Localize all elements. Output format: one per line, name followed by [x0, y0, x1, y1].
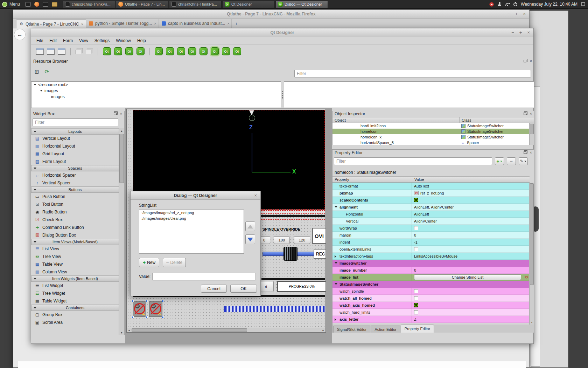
- menu-settings[interactable]: Settings: [91, 37, 113, 45]
- console-launcher-icon[interactable]: [43, 2, 48, 7]
- new-button[interactable]: +New: [139, 258, 159, 267]
- category-item-widgets[interactable]: Item Widgets (Item-Based): [31, 275, 119, 282]
- layout-splitter-v-icon[interactable]: Qt: [188, 47, 196, 55]
- widget-tool-button[interactable]: ⊡Tool Button: [31, 200, 119, 208]
- property-row-textformat[interactable]: textFormatAutoText: [332, 183, 530, 190]
- checkbox-checked[interactable]: [414, 198, 418, 202]
- scroll-down-icon[interactable]: ▼: [119, 330, 124, 335]
- layout-horizontal-icon[interactable]: Qt: [155, 47, 163, 55]
- show-desktop-icon[interactable]: [581, 2, 585, 6]
- taskbar-item-terminal-2[interactable]: chris@chris-ThinkPa...: [169, 1, 222, 8]
- menu-button[interactable]: Menu: [0, 0, 23, 8]
- expander-down-icon[interactable]: [335, 283, 337, 285]
- tab-close-icon[interactable]: ×: [81, 22, 83, 26]
- widget-box-scrollbar[interactable]: ▲ ▼: [119, 128, 124, 335]
- list-item[interactable]: :/images/images/ref_z_not.png: [139, 210, 244, 216]
- property-row-textinteractionflags[interactable]: textInteractionFlagsLinksAccessibleByMou…: [332, 253, 530, 260]
- layout-grid-icon[interactable]: Qt: [211, 47, 219, 55]
- widget-tree-widget[interactable]: ☲Tree Widget: [31, 289, 119, 297]
- category-buttons[interactable]: Buttons: [31, 186, 119, 193]
- paste-icon[interactable]: [86, 50, 91, 54]
- object-row-hardlimit2icon[interactable]: hardLimit2Icon StatusImageSwitcher: [332, 123, 530, 129]
- property-row-alignment[interactable]: alignmentAlignLeft, AlignVCenter: [332, 204, 530, 211]
- property-editor-header[interactable]: Property Value: [332, 176, 530, 183]
- category-item-views[interactable]: Item Views (Model-Based): [31, 239, 119, 245]
- expander-down-icon[interactable]: [335, 206, 337, 208]
- close-icon[interactable]: ×: [523, 10, 526, 18]
- object-row-homeicon-x[interactable]: homeIcon_x StatusImageSwitcher: [332, 134, 530, 140]
- widget-tree-view[interactable]: ☲Tree View: [31, 253, 119, 260]
- copy-icon[interactable]: [76, 50, 81, 54]
- home-x-icon-widget[interactable]: ⚙ X: [149, 301, 162, 317]
- object-inspector-header[interactable]: Object Class: [332, 117, 534, 123]
- column-value[interactable]: Value: [412, 177, 530, 182]
- menu-file[interactable]: File: [33, 37, 46, 45]
- list-item[interactable]: :/images/images/clear.png: [139, 216, 244, 221]
- layout-form-icon[interactable]: Qt: [200, 47, 208, 55]
- taskbar-item-dialog[interactable]: QtDialog — Qt Designer: [275, 1, 328, 8]
- minimize-icon[interactable]: −: [511, 28, 514, 37]
- category-spacers[interactable]: Spacers: [31, 165, 119, 171]
- widget-list-view[interactable]: ☰List View: [31, 245, 119, 253]
- qt-designer-titlebar[interactable]: Qt Designer − + ×: [31, 28, 533, 37]
- ok-button[interactable]: OK: [230, 285, 257, 293]
- float-dock-icon[interactable]: [114, 113, 117, 115]
- property-row-alignment-vertical[interactable]: VerticalAlignVCenter: [332, 218, 530, 225]
- menu-edit[interactable]: Edit: [46, 37, 60, 45]
- override-100-button[interactable]: 100: [274, 236, 290, 244]
- jog-rate-bar[interactable]: [224, 306, 326, 312]
- move-up-button[interactable]: [245, 222, 255, 231]
- float-dock-icon[interactable]: [524, 151, 526, 154]
- scrollbar-thumb[interactable]: [132, 328, 247, 332]
- edit-tab-order-icon[interactable]: Qt: [136, 47, 145, 55]
- tab-signal-slot-editor[interactable]: Signal/Slot Editor: [333, 326, 370, 333]
- property-row-image-list[interactable]: image_listChange String List↺: [332, 274, 530, 281]
- widget-horizontal-layout[interactable]: ▥Horizontal Layout: [31, 142, 119, 150]
- checkbox-unchecked[interactable]: [414, 289, 418, 293]
- change-string-list-button[interactable]: Change String List: [414, 274, 521, 280]
- expander-right-icon[interactable]: [335, 255, 336, 258]
- category-containers[interactable]: Containers: [31, 305, 119, 311]
- property-row-pixmap[interactable]: pixmap⊘ref_z_not.png: [332, 190, 530, 197]
- scrollbar-thumb[interactable]: [530, 124, 534, 134]
- checkbox-unchecked[interactable]: [414, 247, 418, 251]
- widget-filter-input[interactable]: [33, 118, 118, 126]
- maximize-icon[interactable]: +: [519, 28, 522, 37]
- edit-buddies-icon[interactable]: Qt: [125, 47, 133, 55]
- menu-help[interactable]: Help: [134, 37, 149, 45]
- taskbar-item-qt-designer[interactable]: QtQt Designer: [222, 1, 275, 8]
- move-down-button[interactable]: [245, 234, 255, 244]
- widget-table-widget[interactable]: ▦Table Widget: [31, 297, 119, 305]
- tree-item-images[interactable]: images: [31, 88, 281, 94]
- home-z-icon-widget[interactable]: ⚙ Z: [133, 301, 146, 317]
- tab-action-editor[interactable]: Action Editor: [371, 326, 400, 333]
- widget-dialog-button-box[interactable]: ☒Dialog Button Box: [31, 231, 119, 239]
- category-layouts[interactable]: Layouts: [31, 128, 119, 135]
- user-applet-icon[interactable]: [497, 2, 502, 6]
- widget-vertical-spacer[interactable]: ↕Vertical Spacer: [31, 179, 119, 187]
- back-button[interactable]: ←: [14, 29, 26, 40]
- widget-horizontal-spacer[interactable]: ↔Horizontal Spacer: [31, 171, 119, 179]
- update-shield-icon[interactable]: [489, 2, 494, 7]
- widget-check-box[interactable]: ☑Check Box: [31, 216, 119, 224]
- object-inspector-titlebar[interactable]: Object Inspector ×: [332, 111, 534, 117]
- remove-dynamic-property-button[interactable]: −: [507, 157, 516, 165]
- adjust-size-icon[interactable]: Qt: [233, 47, 241, 55]
- expander-down-icon[interactable]: [34, 84, 36, 86]
- browser-launcher-icon[interactable]: [34, 2, 39, 7]
- configure-property-editor-button[interactable]: ✎: [519, 157, 528, 165]
- firefox-titlebar[interactable]: Qtlathe - Page 7 - LinuxCNC - Mozilla Fi…: [13, 10, 529, 19]
- network-icon[interactable]: [505, 2, 510, 6]
- property-row-margin[interactable]: margin0: [332, 232, 530, 239]
- tab-capto[interactable]: capto in Business and Indust... ×: [159, 19, 232, 28]
- property-row-image-number[interactable]: image_number0: [332, 267, 530, 274]
- save-form-icon[interactable]: [58, 48, 65, 55]
- edit-resources-icon[interactable]: ⊞: [35, 69, 39, 75]
- edit-widgets-icon[interactable]: Qt: [103, 47, 111, 55]
- new-tab-button[interactable]: +: [232, 20, 241, 28]
- maximize-icon[interactable]: +: [515, 10, 518, 18]
- tree-item-resource-root[interactable]: <resource root>: [31, 82, 281, 88]
- close-icon[interactable]: ×: [527, 28, 530, 37]
- files-launcher-icon[interactable]: [52, 2, 57, 7]
- float-dock-icon[interactable]: [524, 60, 526, 62]
